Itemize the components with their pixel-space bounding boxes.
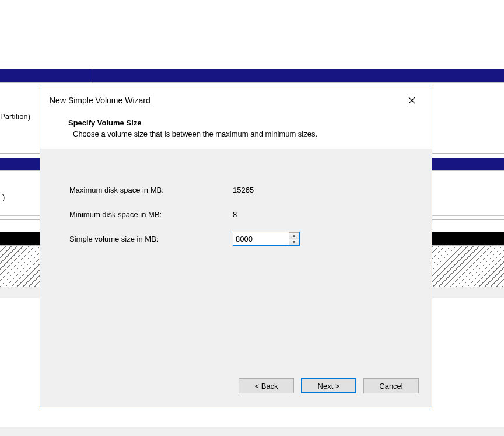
- spinner-up-button[interactable]: ▲: [289, 232, 299, 239]
- max-disk-space-row: Maximum disk space in MB: 15265: [69, 183, 402, 196]
- spinner-down-button[interactable]: ▼: [289, 239, 299, 246]
- max-disk-space-label: Maximum disk space in MB:: [69, 186, 233, 194]
- wizard-step-title: Specify Volume Size: [68, 118, 413, 127]
- disk-label-fragment: ): [2, 193, 5, 201]
- wizard-header: Specify Volume Size Choose a volume size…: [40, 113, 432, 149]
- wizard-button-row: < Back Next > Cancel: [40, 372, 432, 407]
- wizard-content: Maximum disk space in MB: 15265 Minimum …: [40, 149, 432, 372]
- volume-size-spinner[interactable]: ▲ ▼: [233, 232, 300, 246]
- close-button[interactable]: [400, 92, 424, 109]
- cancel-button[interactable]: Cancel: [363, 378, 419, 393]
- volume-size-input[interactable]: [233, 232, 288, 245]
- dialog-title: New Simple Volume Wizard: [50, 96, 150, 105]
- min-disk-space-label: Minimum disk space in MB:: [69, 210, 233, 219]
- wizard-step-description: Choose a volume size that is between the…: [68, 130, 413, 138]
- wizard-dialog: New Simple Volume Wizard Specify Volume …: [40, 88, 432, 407]
- min-disk-space-value: 8: [233, 210, 237, 219]
- close-icon: [408, 97, 415, 104]
- max-disk-space-value: 15265: [233, 186, 254, 194]
- back-button[interactable]: < Back: [239, 378, 294, 393]
- next-button[interactable]: Next >: [301, 378, 356, 393]
- partition-label: Partition): [0, 112, 30, 121]
- min-disk-space-row: Minimum disk space in MB: 8: [69, 208, 402, 221]
- volume-size-label: Simple volume size in MB:: [69, 235, 233, 243]
- volume-size-row: Simple volume size in MB: ▲ ▼: [69, 232, 402, 245]
- dialog-titlebar: New Simple Volume Wizard: [40, 88, 432, 113]
